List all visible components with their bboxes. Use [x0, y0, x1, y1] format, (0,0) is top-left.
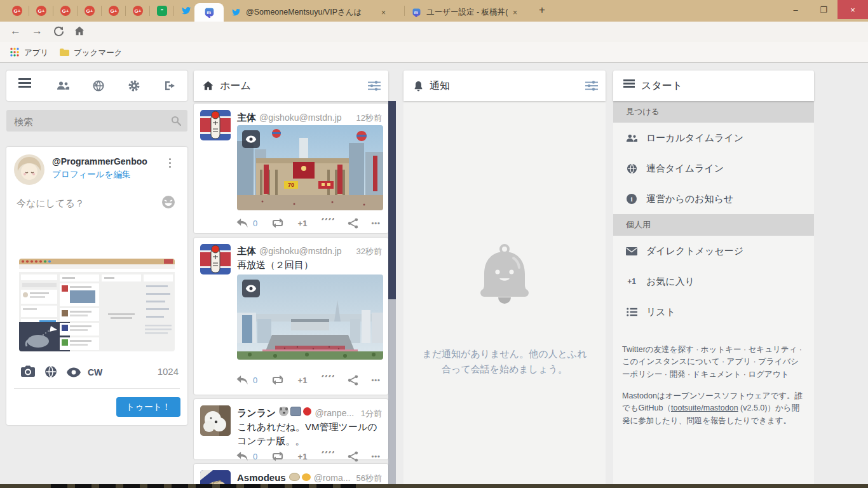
bun-emoji	[302, 473, 311, 481]
plus-one-button[interactable]: +1	[298, 452, 308, 461]
more-options-icon[interactable]: •••	[371, 376, 381, 384]
toot-display-name[interactable]: 主体	[237, 112, 256, 124]
toot-item-3[interactable]: ランラン @ranpe... 1分前 これあれだね。VM管理ツールのコンテナ版。…	[194, 399, 388, 459]
boost-icon[interactable]	[271, 218, 285, 228]
boost-icon[interactable]	[271, 375, 285, 385]
window-close-button[interactable]: ×	[837, 0, 868, 19]
media-upload-thumbnail[interactable]	[19, 259, 175, 351]
notifications-column-header[interactable]: 通知	[403, 71, 606, 101]
more-options-icon[interactable]: •••	[371, 452, 381, 460]
toot-display-name[interactable]: Asmodeus	[237, 472, 286, 483]
column-scrollbar-thumb[interactable]	[388, 101, 396, 299]
plus-one-button[interactable]: +1	[298, 219, 308, 228]
emoji-picker-icon[interactable]	[161, 195, 175, 209]
getting-started-header[interactable]: スタート	[613, 71, 814, 101]
share-icon[interactable]	[348, 218, 358, 229]
forward-icon[interactable]: →	[32, 25, 43, 37]
toot-item-2[interactable]: 主体 @gishoku@mstdn.jp 32秒前 再放送（２回目）	[194, 238, 388, 395]
github-repo-link[interactable]: tootsuite/mastodon	[671, 403, 738, 412]
settings-gear-icon[interactable]	[128, 80, 140, 92]
privacy-globe-icon[interactable]	[44, 365, 57, 378]
nav-item-federated-timeline[interactable]: 連合タイムライン	[613, 153, 814, 184]
media-attachment-image[interactable]	[237, 274, 383, 360]
mastodon-icon: m	[412, 8, 421, 17]
people-icon[interactable]	[57, 81, 69, 91]
browser-tab-twitter-list[interactable]: @SomeoneMentsuyu/VIPさんは ×	[225, 3, 403, 22]
column-settings-icon[interactable]	[368, 81, 381, 91]
pinned-tab-hangouts[interactable]: "	[157, 6, 167, 16]
search-input[interactable]	[13, 110, 168, 133]
toot-timestamp[interactable]: 56秒前	[356, 473, 382, 484]
folder-icon[interactable]	[60, 48, 69, 56]
reply-button[interactable]: 0	[236, 218, 257, 229]
share-icon[interactable]	[348, 375, 358, 386]
compose-textarea[interactable]	[15, 196, 145, 243]
pinned-tab-gplus-4[interactable]: G+	[85, 6, 95, 16]
quote-icon[interactable]: ””	[320, 451, 334, 461]
share-icon[interactable]	[348, 451, 358, 462]
quote-icon[interactable]: ””	[320, 218, 334, 228]
reload-icon[interactable]	[53, 26, 64, 37]
account-avatar[interactable]	[14, 154, 44, 185]
pinned-tab-gplus-6[interactable]: G+	[133, 6, 143, 16]
apps-bookmark-label[interactable]: アプリ	[24, 48, 48, 58]
toot-avatar-juche[interactable]	[200, 244, 231, 274]
new-tab-button[interactable]: +	[539, 4, 545, 17]
pinned-tab-gplus-3[interactable]: G+	[60, 6, 71, 16]
pinned-tab-mastodon-active[interactable]: m	[194, 3, 224, 22]
pinned-tab-gplus-5[interactable]: G+	[109, 6, 119, 16]
toot-timestamp[interactable]: 12秒前	[356, 112, 382, 124]
pinned-tab-gplus-1[interactable]: G+	[12, 6, 22, 16]
apps-grid-icon[interactable]	[10, 48, 19, 57]
media-attachment-image[interactable]: 70	[237, 125, 383, 210]
toot-button[interactable]: トゥート！	[116, 397, 180, 417]
quote-icon[interactable]: ””	[320, 375, 334, 385]
plus-one-button[interactable]: +1	[298, 376, 308, 385]
more-options-icon[interactable]: •••	[371, 219, 381, 227]
home-column-header[interactable]: ホーム	[194, 71, 388, 101]
nav-item-local-timeline[interactable]: ローカルタイムライン	[613, 123, 814, 153]
nav-item-favourites[interactable]: +1 お気に入り	[613, 266, 814, 297]
toot-item-1[interactable]: 主体 @gishoku@mstdn.jp 12秒前 70	[194, 104, 388, 233]
search-icon[interactable]	[171, 116, 181, 126]
tab-close-icon[interactable]: ×	[513, 8, 517, 17]
hide-media-eye-icon[interactable]	[242, 130, 260, 148]
toot-avatar-juche[interactable]	[200, 110, 231, 140]
toot-display-name[interactable]: 主体	[237, 245, 256, 257]
upload-camera-icon[interactable]	[20, 365, 36, 378]
toot-handle[interactable]: @gishoku@mstdn.jp	[259, 246, 354, 256]
nav-item-direct-messages[interactable]: ダイレクトメッセージ	[613, 236, 814, 266]
toot-avatar-dog[interactable]	[200, 405, 231, 436]
column-settings-icon[interactable]	[585, 81, 598, 91]
toot-handle[interactable]: @ranpe...	[315, 408, 358, 418]
window-restore-button[interactable]: ❐	[810, 0, 837, 19]
toot-handle[interactable]: @roma...	[314, 473, 354, 483]
nav-item-lists[interactable]: リスト	[613, 297, 814, 327]
content-warning-toggle[interactable]: CW	[88, 367, 102, 377]
bookmarks-folder-label[interactable]: ブックマーク	[74, 48, 122, 58]
hide-media-eye-icon[interactable]	[242, 280, 260, 297]
footer-links[interactable]: Twitterの友達を探す · ホットキー · セキュリティ · このインスタン…	[622, 344, 806, 381]
edit-profile-link[interactable]: プロフィールを編集	[52, 169, 130, 180]
compose-menu-icon[interactable]	[169, 158, 171, 160]
pinned-tab-twitter[interactable]	[181, 6, 191, 16]
account-handle[interactable]: @ProgrammerGenboo	[52, 156, 147, 166]
sensitive-eye-icon[interactable]	[66, 367, 81, 377]
toot-timestamp[interactable]: 1分前	[361, 408, 382, 419]
home-icon[interactable]	[74, 25, 85, 37]
boost-icon[interactable]	[271, 451, 285, 461]
toot-handle[interactable]: @gishoku@mstdn.jp	[259, 112, 354, 123]
reply-button[interactable]: 0	[236, 451, 257, 462]
toot-display-name[interactable]: ランラン	[237, 407, 276, 419]
federated-globe-icon[interactable]	[93, 80, 104, 92]
browser-tab-mastodon-settings[interactable]: m ユーザー設定 - 板橋丼(Itabashi- ×	[405, 3, 530, 22]
pinned-tab-gplus-2[interactable]: G+	[36, 6, 46, 16]
toot-timestamp[interactable]: 32秒前	[356, 246, 382, 257]
window-minimize-button[interactable]: –	[782, 0, 810, 19]
column-scrollbar-track[interactable]	[388, 101, 396, 488]
tab-close-icon[interactable]: ×	[381, 8, 386, 17]
nav-item-announcements[interactable]: i 運営からのお知らせ	[613, 184, 814, 214]
logout-icon[interactable]	[164, 81, 175, 91]
back-icon[interactable]: ←	[10, 25, 21, 37]
reply-button[interactable]: 0	[236, 375, 257, 386]
